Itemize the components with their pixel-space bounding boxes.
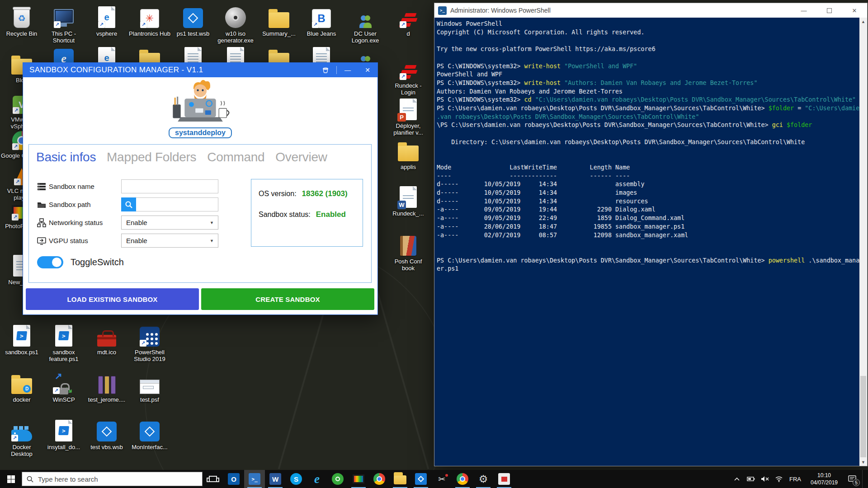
- taskbar-icon-settings[interactable]: ⚙: [473, 470, 494, 488]
- tab-command[interactable]: Command: [207, 150, 264, 164]
- show-desktop-button[interactable]: [862, 470, 864, 488]
- clock[interactable]: 10:10 04/07/2019: [806, 472, 842, 486]
- psstudio-icon: ↗: [140, 323, 160, 347]
- taskbar-icon-word[interactable]: W: [265, 470, 286, 488]
- wifi-icon[interactable]: [774, 470, 784, 488]
- desktop-icon-d-ployer-planifier-v[interactable]: PDéployer, planifier v...: [387, 97, 429, 136]
- taskbar-icon-red-window-app[interactable]: [494, 470, 514, 488]
- load-existing-sandbox-button[interactable]: LOAD EXISTING SANDBOX: [26, 288, 199, 310]
- desktop-icon-recycle-bin[interactable]: ♻Recycle Bin: [0, 5, 43, 37]
- sandbox-path-input[interactable]: [136, 197, 218, 211]
- taskbar-apps: O>_WSe✂⚙: [223, 470, 514, 488]
- taskbar-icon-internet-explorer[interactable]: e: [307, 470, 327, 488]
- shortcut-arrow-icon: ↗: [12, 214, 19, 221]
- desktop-icon-sandbox-ps1[interactable]: >sandbox.ps1: [0, 323, 43, 356]
- taskbar-icon-green-app[interactable]: [327, 470, 348, 488]
- powershell-titlebar[interactable]: >_ Administrator: Windows PowerShell — ✕: [434, 3, 867, 18]
- desktop-icon-label: ps1 test.wsb: [177, 30, 209, 37]
- desktop-icon-applis[interactable]: applis: [387, 138, 429, 170]
- scroll-up-icon[interactable]: ▲: [859, 18, 867, 25]
- tab-overview[interactable]: Overview: [275, 150, 327, 164]
- desktop-icon-docker-desktop[interactable]: ↗Docker Desktop: [0, 418, 43, 458]
- minimize-button[interactable]: —: [791, 3, 816, 18]
- browse-path-button[interactable]: [121, 197, 136, 211]
- desktop-icon-test-vbs-wsb[interactable]: test vbs.wsb: [85, 418, 128, 450]
- sandbox-window-titlebar[interactable]: SANDBOX CONFIGURATION MANAGER - V1.1 — ✕: [23, 63, 377, 77]
- desktop-icon-rundeck-login[interactable]: ↗Rundeck - Login: [387, 56, 429, 96]
- desktop-icon-posh-conf-book[interactable]: Posh Conf book: [387, 232, 429, 272]
- tab-mapped-folders[interactable]: Mapped Folders: [107, 150, 196, 164]
- scroll-down-icon[interactable]: ▼: [859, 458, 867, 466]
- taskbar-icon-chrome[interactable]: [369, 470, 390, 488]
- desktop-icon-docker[interactable]: Ddocker: [0, 371, 43, 403]
- desktop-icon-plantronics-hub[interactable]: ✳↗Plantronics Hub: [128, 5, 171, 37]
- create-sandbox-button[interactable]: CREATE SANDBOX: [201, 288, 374, 310]
- minimize-button[interactable]: —: [338, 63, 358, 77]
- close-button[interactable]: ✕: [842, 3, 867, 18]
- vgpu-status-select[interactable]: Enable ▼: [121, 234, 218, 248]
- battery-icon[interactable]: [745, 470, 756, 488]
- console-line: Windows PowerShell: [437, 20, 859, 28]
- volume-muted-icon[interactable]: [760, 470, 770, 488]
- language-indicator[interactable]: FRA: [788, 476, 803, 483]
- desktop-icon-mdt-ico[interactable]: mdt.ico: [85, 323, 128, 356]
- console-line: PS C:\WINDOWS\system32> cd "C:\Users\dam…: [437, 96, 859, 104]
- taskbar-icon-chrome-2[interactable]: [452, 470, 473, 488]
- shortcut-arrow-icon: ↗: [11, 435, 18, 441]
- desktop-icon-test-psf[interactable]: test.psf: [128, 371, 171, 403]
- taskbar-icon-snipping-tool[interactable]: ✂: [431, 470, 452, 488]
- desktop-icon-rundeck[interactable]: WRundeck_...: [387, 184, 429, 217]
- taskbar-icon-outlook[interactable]: O: [223, 470, 244, 488]
- toggle-switch[interactable]: [37, 256, 63, 268]
- tray-chevron-up-icon[interactable]: [731, 470, 742, 488]
- desktop-icon-label: Summary_...: [262, 30, 296, 37]
- desktop-icon-test-jerome[interactable]: test_jerome....: [85, 371, 128, 403]
- desktop-icon-vsphere[interactable]: e↗vsphere: [85, 5, 128, 37]
- scrollbar-thumb[interactable]: [860, 376, 866, 457]
- search-placeholder: Type here to search: [38, 475, 98, 483]
- scrollbar[interactable]: ▲ ▼: [859, 18, 867, 466]
- desktop-icon-insytall-do[interactable]: >insytall_do...: [42, 418, 85, 450]
- docker-icon: ↗: [11, 418, 32, 441]
- notification-count-badge: 5: [853, 479, 860, 486]
- desktop-icon-summary[interactable]: Summary_...: [258, 5, 300, 37]
- rundeck-icon: ↗: [400, 5, 417, 28]
- system-tray: FRA 10:10 04/07/2019 5: [731, 470, 868, 488]
- recycle-icon: ♻: [14, 5, 30, 28]
- sandbox-name-input[interactable]: [121, 179, 218, 193]
- desktop-icon-sandbox-feature-ps1[interactable]: >sandbox feature.ps1: [42, 323, 85, 363]
- maximize-button[interactable]: [816, 3, 842, 18]
- desktop-icon-d[interactable]: ↗d: [387, 5, 429, 37]
- desktop-icon-this-pc-shortcut[interactable]: ↗This PC - Shortcut: [42, 5, 85, 44]
- desktop-icon-label: mdt.ico: [97, 349, 116, 356]
- tab-basic-infos[interactable]: Basic infos: [36, 150, 96, 164]
- sandbox-name-row: Sandbox name: [37, 179, 238, 194]
- shortcut-arrow-icon: ↗: [13, 107, 19, 114]
- shortcut-arrow-icon: ↗: [98, 21, 105, 28]
- start-button[interactable]: [0, 470, 22, 488]
- windows-logo-icon: [7, 475, 15, 483]
- networking-status-select[interactable]: Enable ▼: [121, 216, 218, 230]
- sandbox-path-row: Sandbox path: [37, 197, 238, 212]
- desktop-icon-powershell-studio-2019[interactable]: ↗PowerShell Studio 2019: [128, 323, 171, 363]
- task-view-button[interactable]: [203, 470, 223, 488]
- desktop-icon-blue-jeans[interactable]: B↗Blue Jeans: [300, 5, 343, 37]
- desktop-icon-ps1-test-wsb[interactable]: ps1 test.wsb: [172, 5, 214, 37]
- taskbar-icon-skype[interactable]: S: [286, 470, 307, 488]
- taskbar-icon-windows-sandbox[interactable]: [410, 470, 431, 488]
- taskbar-icon-file-explorer[interactable]: [390, 470, 410, 488]
- desktop-icon-moninterfac[interactable]: MonInterfac...: [128, 418, 171, 450]
- desktop-icon-dc-user-logon-exe[interactable]: DC User Logon.exe: [344, 5, 387, 44]
- taskbar-search[interactable]: Type here to search: [22, 472, 203, 486]
- close-button[interactable]: ✕: [358, 63, 377, 77]
- desktop-icon-w10-iso-generator-exe[interactable]: w10 iso generator.exe: [214, 5, 257, 44]
- console-output[interactable]: Windows PowerShellCopyright (C) Microsof…: [434, 18, 859, 466]
- theme-bucket-icon[interactable]: [316, 63, 335, 77]
- taskbar-icon-powershell[interactable]: >_: [244, 470, 265, 488]
- ppt-icon: P: [400, 97, 417, 120]
- taskbar-icon-photofiltre[interactable]: [348, 470, 369, 488]
- action-center-button[interactable]: 5: [845, 470, 859, 488]
- console-line: PS C:\WINDOWS\system32> write-host "Powe…: [437, 62, 859, 71]
- list-icon: [37, 182, 49, 191]
- desktop-icon-winscp[interactable]: ↗↘↗WinSCP: [42, 371, 85, 403]
